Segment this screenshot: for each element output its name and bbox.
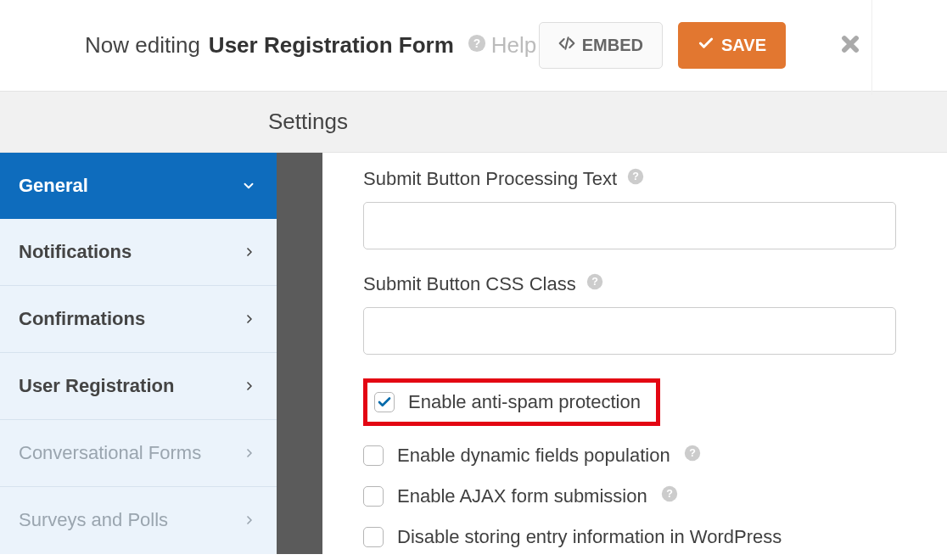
chevron-right-icon — [243, 379, 256, 393]
checkbox-label: Disable storing entry information in Wor… — [397, 526, 782, 548]
header-bar: Now editing User Registration Form ? Hel… — [0, 0, 947, 91]
save-label: SAVE — [721, 36, 766, 55]
checkbox-row-disable-storing: Disable storing entry information in Wor… — [363, 526, 896, 548]
svg-text:?: ? — [591, 276, 598, 288]
checkbox-label: Enable AJAX form submission — [397, 485, 647, 507]
svg-text:?: ? — [666, 488, 673, 500]
chevron-right-icon — [243, 513, 256, 527]
checkbox-row-dynamic-fields: Enable dynamic fields population ? — [363, 445, 896, 467]
anti-spam-highlight: Enable anti-spam protection — [363, 378, 660, 426]
checkbox-row-ajax: Enable AJAX form submission ? — [363, 485, 896, 507]
checkbox-label: Enable dynamic fields population — [397, 445, 670, 467]
help-icon[interactable]: ? — [661, 485, 678, 507]
checkbox-anti-spam[interactable] — [374, 392, 395, 412]
editing-prefix: Now editing — [85, 32, 200, 59]
field-label: Submit Button Processing Text — [363, 168, 617, 190]
chevron-right-icon — [243, 312, 256, 326]
sidebar-item-surveys-polls[interactable]: Surveys and Polls — [0, 487, 277, 553]
sidebar-item-user-registration[interactable]: User Registration — [0, 353, 277, 420]
sidebar-item-label: Notifications — [19, 241, 132, 263]
checkbox-disable-storing[interactable] — [363, 527, 384, 547]
sidebar-item-general[interactable]: General — [0, 153, 277, 219]
sidebar-item-confirmations[interactable]: Confirmations — [0, 286, 277, 353]
sidebar-item-label: Surveys and Polls — [19, 509, 168, 531]
form-title: User Registration Form — [209, 32, 454, 59]
sidebar-item-notifications[interactable]: Notifications — [0, 219, 277, 286]
chevron-down-icon — [241, 178, 256, 193]
checkbox-label: Enable anti-spam protection — [408, 391, 641, 413]
field-submit-processing-text: Submit Button Processing Text ? — [363, 168, 896, 249]
main-area: General Notifications Confirmations User… — [0, 153, 947, 554]
svg-text:?: ? — [474, 37, 480, 50]
header-title-area: Now editing User Registration Form ? Hel… — [85, 32, 536, 59]
help-label: Help — [491, 32, 536, 59]
close-icon — [838, 32, 862, 56]
svg-line-2 — [565, 37, 568, 48]
help-icon: ? — [468, 32, 486, 59]
checkbox-ajax[interactable] — [363, 486, 384, 507]
embed-button[interactable]: EMBED — [539, 22, 663, 69]
form-panel: Submit Button Processing Text ? Submit B… — [322, 153, 947, 554]
help-icon[interactable]: ? — [586, 273, 603, 295]
submit-processing-text-input[interactable] — [363, 202, 896, 249]
svg-text:?: ? — [689, 447, 696, 459]
save-button[interactable]: SAVE — [678, 22, 786, 69]
sidebar-item-label: Conversational Forms — [19, 442, 201, 464]
help-icon[interactable]: ? — [627, 168, 644, 190]
settings-sidebar: General Notifications Confirmations User… — [0, 153, 277, 554]
sidebar-item-label: User Registration — [19, 375, 174, 397]
submit-css-class-input[interactable] — [363, 307, 896, 355]
header-divider — [871, 0, 872, 95]
check-icon — [698, 35, 714, 56]
help-icon[interactable]: ? — [684, 445, 701, 467]
sidebar-item-conversational-forms[interactable]: Conversational Forms — [0, 420, 277, 487]
help-link[interactable]: ? Help — [468, 32, 536, 59]
chevron-right-icon — [243, 446, 256, 460]
panel-gap — [277, 153, 322, 554]
sidebar-item-label: General — [19, 175, 88, 197]
svg-text:?: ? — [632, 171, 639, 182]
header-actions: EMBED SAVE — [539, 22, 862, 69]
code-icon — [558, 35, 575, 56]
field-submit-css-class: Submit Button CSS Class ? — [363, 273, 896, 355]
close-button[interactable] — [838, 32, 862, 59]
chevron-right-icon — [243, 245, 256, 259]
sidebar-item-label: Confirmations — [19, 308, 145, 330]
settings-heading: Settings — [0, 91, 947, 153]
embed-label: EMBED — [582, 36, 643, 55]
field-label: Submit Button CSS Class — [363, 273, 576, 295]
checkbox-dynamic-fields[interactable] — [363, 445, 384, 466]
